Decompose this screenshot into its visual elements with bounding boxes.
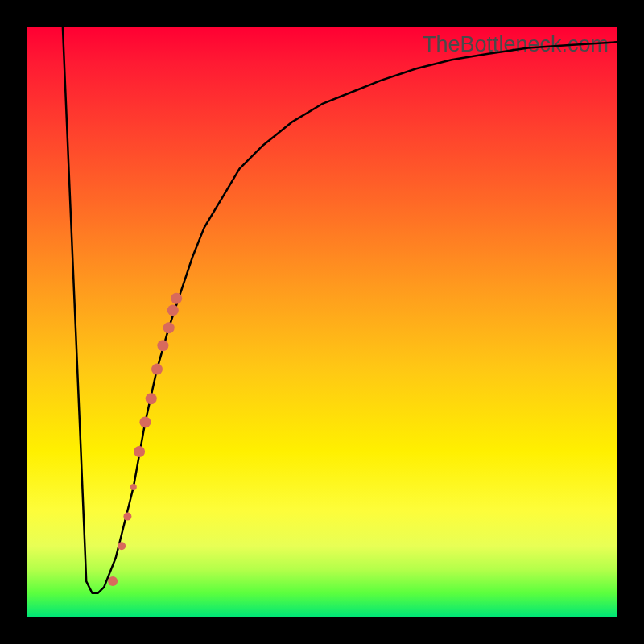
marker-dot <box>108 576 118 586</box>
marker-dot <box>130 484 137 490</box>
curve-layer <box>27 27 617 617</box>
marker-dot <box>167 304 179 316</box>
marker-dot <box>157 340 168 351</box>
marker-dot <box>171 293 182 304</box>
plot-area: TheBottleneck.com <box>27 27 617 617</box>
marker-dot <box>146 393 157 404</box>
marker-dot <box>139 416 151 427</box>
marker-dot <box>151 364 163 375</box>
marker-dot <box>163 322 175 333</box>
bottleneck-curve <box>63 27 617 593</box>
chart-frame: TheBottleneck.com <box>0 0 644 644</box>
marker-dot <box>123 513 131 521</box>
marker-dot <box>134 446 145 457</box>
marker-dot <box>118 542 126 550</box>
